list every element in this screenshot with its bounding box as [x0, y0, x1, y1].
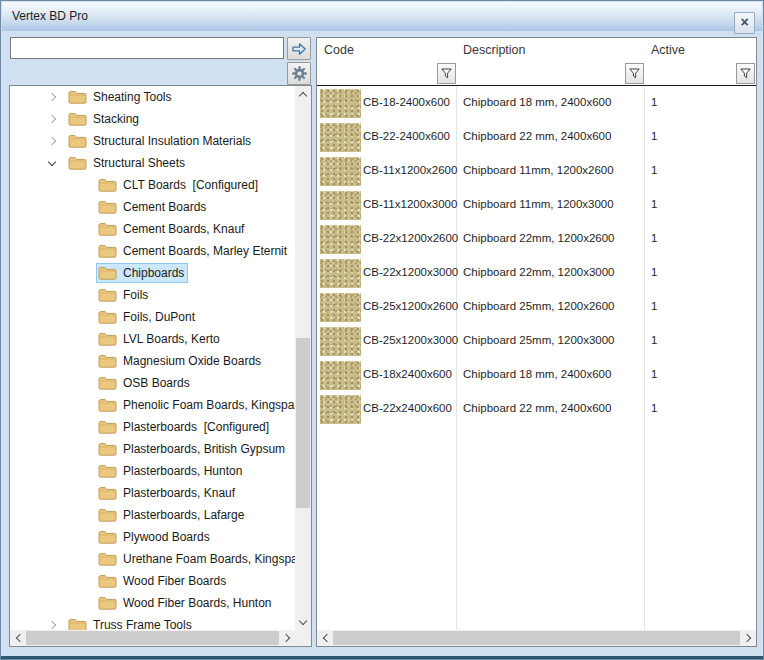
- search-go-button[interactable]: [287, 37, 311, 60]
- cell-code: CB-18x2400x600: [363, 368, 452, 380]
- cell-code: CB-11x1200x3000: [363, 198, 457, 210]
- column-header-code[interactable]: Code: [324, 43, 354, 57]
- tree-item[interactable]: Truss Frame Tools: [10, 614, 295, 630]
- chipboard-texture-thumbnail: [320, 157, 361, 186]
- tree-item-label: CLT Boards [Configured]: [123, 174, 258, 196]
- search-input[interactable]: [10, 37, 284, 59]
- tree-item[interactable]: Stacking: [10, 108, 295, 130]
- chipboard-texture-thumbnail: [320, 89, 361, 118]
- tree-item[interactable]: Cement Boards, Knauf: [10, 218, 295, 240]
- tree-item-label: Cement Boards: [123, 196, 206, 218]
- folder-icon: [98, 332, 117, 346]
- cell-description: Chipboard 22mm, 1200x3000: [463, 266, 615, 278]
- cell-description: Chipboard 22 mm, 2400x600: [463, 402, 611, 414]
- scroll-left-icon[interactable]: [10, 630, 26, 646]
- close-button[interactable]: ×: [734, 12, 755, 34]
- tree-item-label: Plasterboards, Knauf: [123, 482, 235, 504]
- table-row[interactable]: CB-22-2400x600 Chipboard 22 mm, 2400x600…: [317, 121, 756, 155]
- chipboard-texture-thumbnail: [320, 225, 361, 254]
- expander-chevron-icon[interactable]: [48, 114, 58, 124]
- filter-funnel-icon: [629, 68, 640, 79]
- tree-item[interactable]: Wood Fiber Boards, Hunton: [10, 592, 295, 614]
- tree-item-label: LVL Boards, Kerto: [123, 328, 220, 350]
- cell-code: CB-25x1200x2600: [363, 300, 458, 312]
- scroll-right-icon[interactable]: [740, 630, 756, 646]
- scrollbar-thumb[interactable]: [333, 631, 740, 645]
- tree-item[interactable]: Plasterboards [Configured]: [10, 416, 295, 438]
- folder-icon: [98, 222, 117, 236]
- tree-item[interactable]: Cement Boards: [10, 196, 295, 218]
- tree-item[interactable]: Structural Insulation Materials: [10, 130, 295, 152]
- tree-item[interactable]: Foils, DuPont: [10, 306, 295, 328]
- scroll-up-icon[interactable]: [295, 86, 311, 102]
- expander-chevron-icon[interactable]: [48, 158, 58, 168]
- table-row[interactable]: CB-18-2400x600 Chipboard 18 mm, 2400x600…: [317, 87, 756, 121]
- scrollbar-thumb[interactable]: [26, 631, 279, 645]
- scroll-right-icon[interactable]: [279, 630, 295, 646]
- tree-item[interactable]: Urethane Foam Boards, Kingspan: [10, 548, 295, 570]
- expander-chevron-icon[interactable]: [48, 620, 58, 630]
- tree-item[interactable]: Plywood Boards: [10, 526, 295, 548]
- scroll-down-icon[interactable]: [295, 614, 311, 630]
- chipboard-texture-thumbnail: [320, 395, 361, 424]
- tree-item[interactable]: Plasterboards, Lafarge: [10, 504, 295, 526]
- tree-item-label: Cement Boards, Knauf: [123, 218, 244, 240]
- cell-active: 1: [651, 368, 657, 380]
- expander-chevron-icon[interactable]: [48, 92, 58, 102]
- table-horizontal-scrollbar[interactable]: [317, 630, 756, 646]
- cell-code: CB-11x1200x2600: [363, 164, 457, 176]
- table-row[interactable]: CB-18x2400x600 Chipboard 18 mm, 2400x600…: [317, 359, 756, 393]
- table-body: CB-18-2400x600 Chipboard 18 mm, 2400x600…: [317, 87, 756, 630]
- tree-item[interactable]: LVL Boards, Kerto: [10, 328, 295, 350]
- folder-icon: [68, 112, 87, 126]
- tree-item[interactable]: Phenolic Foam Boards, Kingspan: [10, 394, 295, 416]
- expander-chevron-icon[interactable]: [48, 136, 58, 146]
- cell-active: 1: [651, 266, 657, 278]
- tree-item[interactable]: Plasterboards, Knauf: [10, 482, 295, 504]
- tree-item[interactable]: Plasterboards, British Gypsum: [10, 438, 295, 460]
- tree-item[interactable]: Structural Sheets: [10, 152, 295, 174]
- table-row[interactable]: CB-11x1200x3000 Chipboard 11mm, 1200x300…: [317, 189, 756, 223]
- cell-active: 1: [651, 96, 657, 108]
- filter-button-active[interactable]: [736, 63, 755, 84]
- folder-icon: [98, 442, 117, 456]
- cell-code: CB-22x2400x600: [363, 402, 452, 414]
- table-row[interactable]: CB-22x1200x2600 Chipboard 22mm, 1200x260…: [317, 223, 756, 257]
- title-bar[interactable]: Vertex BD Pro ×: [2, 2, 762, 31]
- cell-description: Chipboard 25mm, 1200x3000: [463, 334, 615, 346]
- column-header-description[interactable]: Description: [463, 43, 526, 57]
- folder-icon: [98, 310, 117, 324]
- scrollbar-thumb[interactable]: [296, 338, 310, 508]
- column-header-active[interactable]: Active: [651, 43, 685, 57]
- folder-icon: [98, 266, 117, 280]
- table-row[interactable]: CB-22x2400x600 Chipboard 22 mm, 2400x600…: [317, 393, 756, 427]
- folder-icon: [98, 508, 117, 522]
- folder-icon: [98, 354, 117, 368]
- settings-button[interactable]: [287, 62, 311, 85]
- table-row[interactable]: CB-25x1200x2600 Chipboard 25mm, 1200x260…: [317, 291, 756, 325]
- tree-item[interactable]: CLT Boards [Configured]: [10, 174, 295, 196]
- tree-item[interactable]: Cement Boards, Marley Eternit: [10, 240, 295, 262]
- scroll-left-icon[interactable]: [317, 630, 333, 646]
- tree-item[interactable]: Plasterboards, Hunton: [10, 460, 295, 482]
- filter-button-code[interactable]: [437, 63, 456, 84]
- tree-item-label: Stacking: [93, 108, 139, 130]
- tree-item[interactable]: Magnesium Oxide Boards: [10, 350, 295, 372]
- tree-item[interactable]: Wood Fiber Boards: [10, 570, 295, 592]
- tree-item[interactable]: OSB Boards: [10, 372, 295, 394]
- tree-horizontal-scrollbar[interactable]: [10, 630, 295, 646]
- filter-button-description[interactable]: [625, 63, 644, 84]
- tree-item[interactable]: Chipboards: [10, 262, 295, 284]
- table-row[interactable]: CB-11x1200x2600 Chipboard 11mm, 1200x260…: [317, 155, 756, 189]
- table-row[interactable]: CB-25x1200x3000 Chipboard 25mm, 1200x300…: [317, 325, 756, 359]
- tree-item[interactable]: Foils: [10, 284, 295, 306]
- cell-description: Chipboard 22mm, 1200x2600: [463, 232, 615, 244]
- tree-item[interactable]: Sheating Tools: [10, 86, 295, 108]
- folder-icon: [98, 288, 117, 302]
- table-row[interactable]: CB-22x1200x3000 Chipboard 22mm, 1200x300…: [317, 257, 756, 291]
- cell-description: Chipboard 18 mm, 2400x600: [463, 96, 611, 108]
- cell-active: 1: [651, 130, 657, 142]
- folder-icon: [68, 618, 87, 630]
- tree-vertical-scrollbar[interactable]: [295, 86, 311, 630]
- folder-icon: [98, 486, 117, 500]
